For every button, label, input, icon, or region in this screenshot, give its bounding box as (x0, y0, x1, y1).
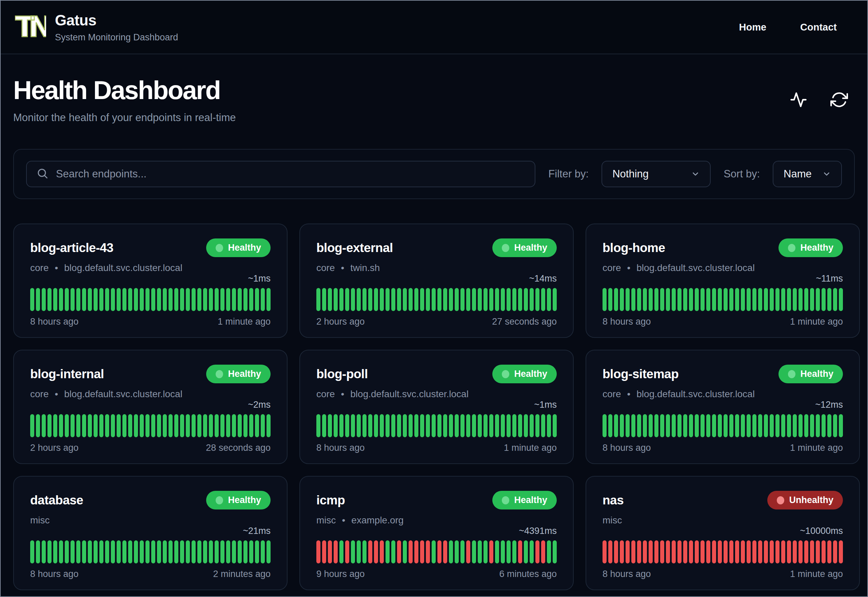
history-bar[interactable] (625, 414, 630, 437)
history-bar[interactable] (255, 288, 259, 311)
history-bar[interactable] (385, 288, 390, 311)
history-bar[interactable] (793, 541, 797, 563)
history-bar[interactable] (238, 541, 242, 563)
history-bar[interactable] (186, 541, 190, 563)
history-bar[interactable] (255, 541, 259, 563)
history-bar[interactable] (42, 414, 46, 437)
history-bar[interactable] (76, 414, 80, 437)
history-bar[interactable] (65, 288, 69, 311)
history-bar[interactable] (334, 288, 338, 311)
history-bar[interactable] (764, 541, 768, 563)
history-bar[interactable] (833, 541, 837, 563)
history-bar[interactable] (603, 541, 607, 563)
history-bar[interactable] (238, 288, 242, 311)
history-bar[interactable] (770, 288, 774, 311)
history-bar[interactable] (793, 414, 797, 437)
history-bar[interactable] (53, 288, 57, 311)
history-bar[interactable] (524, 541, 528, 563)
history-bar[interactable] (93, 541, 98, 563)
history-bar[interactable] (209, 541, 213, 563)
history-bar[interactable] (810, 414, 814, 437)
history-bar[interactable] (677, 541, 681, 563)
history-bar[interactable] (620, 541, 624, 563)
history-bar[interactable] (191, 414, 196, 437)
history-bar[interactable] (221, 288, 224, 311)
history-bar[interactable] (157, 288, 161, 311)
history-bar[interactable] (209, 288, 213, 311)
history-bar[interactable] (810, 288, 814, 311)
history-bar[interactable] (631, 541, 635, 563)
history-bar[interactable] (625, 288, 630, 311)
history-bar[interactable] (764, 414, 768, 437)
endpoint-card[interactable]: blog-home Healthy core • blog.default.sv… (585, 224, 860, 338)
history-bar[interactable] (134, 541, 138, 563)
history-bar[interactable] (472, 414, 476, 437)
history-bar[interactable] (203, 541, 207, 563)
history-bar[interactable] (449, 541, 453, 563)
history-bar[interactable] (345, 541, 349, 563)
history-bar[interactable] (747, 414, 751, 437)
history-bar[interactable] (145, 288, 150, 311)
history-bar[interactable] (603, 288, 607, 311)
history-bar[interactable] (764, 288, 768, 311)
history-bar[interactable] (180, 288, 184, 311)
history-bar[interactable] (374, 541, 378, 563)
history-bar[interactable] (334, 541, 338, 563)
history-bar[interactable] (695, 288, 699, 311)
history-bar[interactable] (169, 541, 173, 563)
history-bar[interactable] (403, 288, 407, 311)
history-bar[interactable] (625, 541, 630, 563)
history-bar[interactable] (226, 541, 230, 563)
history-bar[interactable] (455, 288, 459, 311)
history-bar[interactable] (169, 414, 173, 437)
history-bar[interactable] (403, 414, 407, 437)
history-bar[interactable] (816, 288, 820, 311)
history-bar[interactable] (409, 414, 413, 437)
history-bar[interactable] (111, 541, 115, 563)
endpoint-card[interactable]: nas Unhealthy misc ~10000ms 8 hours ago … (585, 476, 860, 590)
history-bar[interactable] (775, 288, 779, 311)
history-bar[interactable] (99, 414, 104, 437)
history-bar[interactable] (781, 414, 785, 437)
history-bar[interactable] (735, 288, 739, 311)
history-bar[interactable] (432, 288, 436, 311)
history-bar[interactable] (374, 414, 378, 437)
history-bar[interactable] (117, 414, 121, 437)
history-bar[interactable] (781, 288, 785, 311)
history-bar[interactable] (701, 541, 705, 563)
history-bar[interactable] (59, 541, 63, 563)
history-bar[interactable] (322, 288, 326, 311)
history-bar[interactable] (752, 414, 757, 437)
history-bar[interactable] (180, 541, 184, 563)
history-bar[interactable] (380, 288, 384, 311)
history-bar[interactable] (261, 414, 265, 437)
history-bar[interactable] (380, 541, 384, 563)
history-bar[interactable] (747, 288, 751, 311)
history-bar[interactable] (770, 414, 774, 437)
history-bar[interactable] (620, 288, 624, 311)
history-bar[interactable] (660, 541, 664, 563)
history-bar[interactable] (483, 541, 487, 563)
history-bar[interactable] (88, 288, 92, 311)
history-bar[interactable] (174, 288, 178, 311)
history-bar[interactable] (134, 414, 138, 437)
history-bar[interactable] (316, 414, 320, 437)
history-bar[interactable] (88, 541, 92, 563)
history-bar[interactable] (608, 414, 612, 437)
history-bar[interactable] (735, 541, 739, 563)
history-bar[interactable] (163, 288, 167, 311)
history-bar[interactable] (128, 414, 132, 437)
history-bar[interactable] (30, 541, 34, 563)
history-bar[interactable] (426, 414, 430, 437)
history-bar[interactable] (798, 414, 803, 437)
history-bar[interactable] (649, 288, 653, 311)
history-bar[interactable] (197, 288, 201, 311)
history-bar[interactable] (547, 541, 551, 563)
history-bar[interactable] (111, 288, 115, 311)
history-bar[interactable] (117, 541, 121, 563)
history-bar[interactable] (432, 414, 436, 437)
history-bar[interactable] (712, 414, 716, 437)
history-bar[interactable] (322, 414, 326, 437)
history-bar[interactable] (827, 288, 831, 311)
history-bar[interactable] (513, 541, 516, 563)
